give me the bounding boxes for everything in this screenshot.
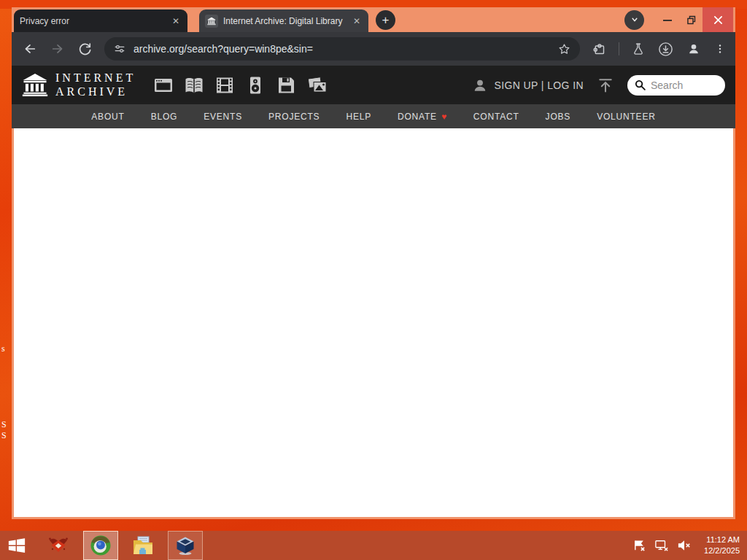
restore-icon	[686, 15, 697, 26]
page-content	[14, 128, 733, 517]
tab-close-icon[interactable]: ✕	[171, 17, 181, 26]
chrome-browser-icon	[90, 534, 112, 556]
nav-volunteer[interactable]: VOLUNTEER	[597, 112, 656, 122]
minimize-button[interactable]	[656, 7, 679, 32]
profile-button[interactable]	[686, 41, 702, 57]
new-tab-button[interactable]: +	[376, 10, 395, 30]
header-search-box[interactable]	[627, 75, 725, 96]
search-input[interactable]	[651, 79, 715, 91]
tab-search-button[interactable]	[624, 10, 644, 30]
nav-blog[interactable]: BLOG	[151, 112, 178, 122]
nav-donate-label: DONATE	[398, 112, 437, 122]
extensions-puzzle-icon	[592, 42, 607, 57]
audio-icon[interactable]	[245, 75, 266, 96]
extensions-button[interactable]	[592, 42, 607, 57]
windows-logo-icon	[7, 536, 26, 555]
clock-time: 11:12 AM	[704, 534, 740, 545]
close-window-button[interactable]	[703, 7, 733, 32]
back-icon	[22, 41, 38, 57]
taskbar-app-chrome[interactable]	[83, 531, 118, 560]
labs-button[interactable]	[631, 42, 646, 56]
tab-close-icon[interactable]: ✕	[352, 17, 362, 26]
flask-icon	[631, 42, 646, 56]
browser-toolbar: archive.org/search?query=win8pe&sin=	[12, 32, 735, 66]
menu-button[interactable]	[713, 42, 727, 55]
file-explorer-icon	[131, 534, 155, 556]
chevron-down-icon	[629, 14, 640, 26]
reload-button[interactable]	[77, 42, 93, 57]
nav-jobs[interactable]: JOBS	[546, 112, 571, 122]
taskbar-app-red[interactable]	[41, 531, 76, 560]
internet-archive-logo[interactable]	[22, 73, 48, 97]
desktop-icon-label-fragment: s	[1, 344, 5, 353]
software-icon[interactable]	[276, 75, 296, 96]
desktop-icon-label-fragment: S	[1, 420, 7, 429]
internet-archive-header: INTERNET ARCHIVE	[12, 66, 735, 104]
close-icon	[713, 15, 723, 25]
nav-donate[interactable]: DONATE♥	[398, 112, 447, 122]
heart-icon: ♥	[441, 112, 447, 122]
forward-icon	[50, 41, 66, 57]
nav-about[interactable]: ABOUT	[91, 112, 124, 122]
windows-taskbar: 11:12 AM 12/2/2025	[0, 531, 747, 560]
taskbar-app-virtualbox[interactable]	[168, 531, 203, 560]
tab-internet-archive[interactable]: Internet Archive: Digital Library ✕	[199, 9, 368, 32]
signup-login-link[interactable]: SIGN UP | LOG IN	[494, 79, 584, 91]
internet-archive-wordmark[interactable]: INTERNET ARCHIVE	[55, 71, 136, 98]
upload-icon	[597, 77, 614, 94]
internet-archive-nav: ABOUT BLOG EVENTS PROJECTS HELP DONATE♥ …	[12, 104, 735, 128]
downloads-button[interactable]	[657, 41, 674, 58]
person-icon	[471, 77, 489, 94]
wordmark-line1: INTERNET	[55, 71, 136, 85]
nav-contact[interactable]: CONTACT	[473, 112, 519, 122]
taskbar-app-file-explorer[interactable]	[125, 531, 160, 560]
video-icon[interactable]	[214, 75, 235, 96]
browser-titlebar: Privacy error ✕ Internet Archive: Digita…	[12, 7, 735, 32]
virtualbox-icon	[174, 534, 196, 556]
bookmark-star-icon[interactable]	[557, 42, 571, 56]
taskbar-clock[interactable]: 11:12 AM 12/2/2025	[704, 534, 740, 556]
browser-window: Privacy error ✕ Internet Archive: Digita…	[12, 7, 735, 519]
address-bar[interactable]: archive.org/search?query=win8pe&sin=	[104, 37, 580, 61]
forward-button[interactable]	[50, 41, 66, 57]
tab-title: Privacy error	[20, 16, 171, 26]
images-icon[interactable]	[306, 75, 328, 96]
clock-date: 12/2/2025	[704, 545, 740, 556]
action-center-flag-icon[interactable]	[632, 539, 646, 553]
nav-help[interactable]: HELP	[346, 112, 371, 122]
url-text[interactable]: archive.org/search?query=win8pe&sin=	[133, 43, 550, 55]
volume-muted-icon[interactable]	[677, 539, 692, 552]
internet-archive-favicon	[205, 15, 218, 28]
search-icon	[634, 79, 646, 91]
wordmark-line2: ARCHIVE	[55, 85, 136, 98]
upload-button[interactable]	[597, 77, 614, 94]
network-status-icon[interactable]	[654, 539, 669, 552]
red-app-icon	[47, 536, 69, 555]
system-tray: 11:12 AM 12/2/2025	[632, 534, 747, 556]
desktop-icon-label-fragment: S	[1, 431, 7, 440]
download-icon	[657, 41, 674, 58]
start-button[interactable]	[0, 531, 34, 560]
profile-avatar-icon	[686, 41, 702, 57]
back-button[interactable]	[22, 41, 38, 57]
site-settings-icon	[113, 42, 126, 55]
reload-icon	[77, 42, 93, 57]
web-icon[interactable]	[153, 75, 174, 96]
media-type-bar	[153, 75, 328, 96]
tab-privacy-error[interactable]: Privacy error ✕	[14, 9, 187, 32]
kebab-menu-icon	[713, 42, 727, 55]
restore-button[interactable]	[679, 7, 703, 32]
texts-icon[interactable]	[184, 75, 204, 96]
nav-projects[interactable]: PROJECTS	[268, 112, 320, 122]
toolbar-divider	[619, 42, 619, 55]
nav-events[interactable]: EVENTS	[204, 112, 242, 122]
tab-title: Internet Archive: Digital Library	[223, 16, 352, 26]
